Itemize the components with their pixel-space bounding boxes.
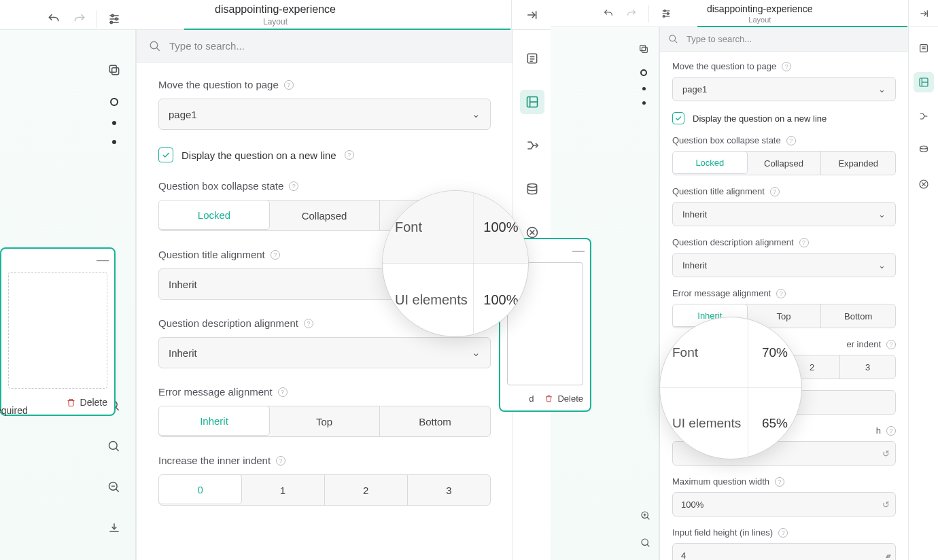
bullet-icon	[642, 87, 646, 90]
move-to-page-select[interactable]: page1⌄	[672, 77, 896, 101]
new-line-checkbox[interactable]: Display the question on a new line	[672, 112, 896, 124]
required-toggle-label[interactable]: equired	[0, 405, 28, 416]
list-icon[interactable]	[520, 46, 544, 71]
search-placeholder: Type to search...	[169, 40, 245, 52]
input-height-label: Input field height (in lines)	[672, 527, 773, 538]
title-align-select[interactable]: Inherit⌄	[672, 202, 896, 226]
move-to-page-select[interactable]: page1 ⌄	[158, 99, 491, 130]
zoom-in-button[interactable]	[637, 507, 655, 525]
help-icon[interactable]: ?	[776, 289, 786, 298]
svg-point-13	[109, 442, 118, 450]
indent-option-2[interactable]: 2	[325, 475, 408, 505]
collapse-right-button[interactable]	[519, 2, 544, 28]
bullet-icon	[642, 101, 646, 105]
stepper-icon[interactable]: ▴▾	[886, 552, 890, 559]
max-width-input[interactable]: 100%↺	[672, 492, 896, 517]
collapse-right-button[interactable]	[914, 3, 934, 24]
zoom-reset-button[interactable]	[101, 434, 127, 459]
close-circle-icon[interactable]	[914, 174, 934, 194]
help-icon[interactable]: ?	[345, 150, 354, 160]
redo-button[interactable]	[621, 3, 642, 24]
redo-button[interactable]	[67, 6, 92, 32]
reset-icon[interactable]: ↺	[882, 449, 890, 459]
list-icon[interactable]	[914, 38, 934, 58]
collapse-option-expanded[interactable]: Expanded	[821, 152, 895, 175]
help-icon[interactable]: ?	[289, 181, 298, 191]
help-icon[interactable]: ?	[775, 477, 784, 487]
indent-label: Increase the inner indent	[158, 455, 271, 466]
error-option-inherit[interactable]: Inherit	[158, 406, 270, 436]
svg-point-49	[920, 146, 927, 149]
svg-rect-35	[642, 47, 647, 52]
preview-textarea[interactable]	[8, 272, 107, 389]
zoom-reset-button[interactable]	[637, 534, 655, 552]
collapse-icon[interactable]: —	[572, 243, 585, 258]
help-icon[interactable]: ?	[284, 80, 294, 90]
chevron-down-icon: ⌄	[472, 108, 481, 120]
collapse-option-locked[interactable]: Locked	[672, 151, 748, 174]
svg-rect-7	[112, 68, 119, 75]
svg-line-16	[116, 489, 119, 492]
help-icon[interactable]: ?	[271, 250, 280, 260]
desc-align-select[interactable]: Inherit⌄	[158, 337, 491, 368]
collapse-option-collapsed[interactable]: Collapsed	[747, 152, 822, 175]
topbar: disappointing-experience Layout	[0, 0, 551, 30]
svg-line-44	[674, 40, 677, 43]
settings-sliders-button[interactable]	[656, 3, 676, 24]
delete-button[interactable]: Delete	[544, 393, 583, 404]
help-icon[interactable]: ?	[770, 187, 780, 196]
help-icon[interactable]: ?	[782, 62, 791, 71]
indent-option-1[interactable]: 1	[241, 475, 324, 505]
layout-icon[interactable]	[914, 72, 934, 92]
error-align-group: Inherit Top Bottom	[158, 406, 491, 437]
search-input[interactable]: Type to search...	[137, 30, 513, 63]
fit-button[interactable]	[101, 515, 127, 541]
zoom-lens-small: Font 70% UI elements 65%	[659, 317, 802, 459]
duplicate-icon[interactable]	[634, 39, 653, 58]
search-icon	[668, 34, 678, 44]
help-icon[interactable]: ?	[799, 238, 809, 247]
collapse-option-locked[interactable]: Locked	[158, 200, 270, 230]
title-sub: Layout	[707, 16, 813, 24]
input-height-input[interactable]: 4▴▾	[672, 543, 896, 560]
required-toggle-label[interactable]: d	[529, 393, 534, 404]
error-align-label: Error message alignment	[672, 288, 771, 298]
data-icon[interactable]	[914, 140, 934, 160]
desc-align-select[interactable]: Inherit⌄	[672, 253, 896, 277]
svg-rect-36	[640, 46, 646, 51]
help-icon[interactable]: ?	[278, 387, 288, 397]
duplicate-icon[interactable]	[101, 57, 127, 83]
move-to-page-label: Move the question to page	[158, 79, 279, 90]
help-icon[interactable]: ?	[778, 528, 788, 538]
error-option-bottom[interactable]: Bottom	[821, 304, 895, 328]
question-preview-card[interactable]: — equired Delete	[0, 247, 116, 416]
svg-point-19	[150, 41, 158, 49]
settings-sliders-button[interactable]	[101, 6, 127, 32]
error-option-top[interactable]: Top	[269, 406, 380, 436]
indent-option-0[interactable]: 0	[158, 474, 242, 504]
move-to-page-label: Move the question to page	[672, 61, 776, 71]
new-line-checkbox[interactable]: Display the question on a new line ?	[158, 147, 491, 162]
indent-option-3[interactable]: 3	[408, 475, 490, 505]
help-icon[interactable]: ?	[886, 340, 896, 349]
error-option-bottom[interactable]: Bottom	[380, 406, 490, 436]
help-icon[interactable]: ?	[886, 426, 896, 436]
indent-option-3[interactable]: 3	[840, 355, 895, 379]
logic-icon[interactable]	[520, 133, 544, 158]
collapse-icon[interactable]: —	[97, 253, 109, 267]
svg-line-38	[647, 517, 649, 519]
undo-button[interactable]	[598, 3, 619, 24]
help-icon[interactable]: ?	[276, 456, 285, 466]
help-icon[interactable]: ?	[786, 136, 796, 145]
delete-button[interactable]: Delete	[66, 397, 107, 408]
undo-button[interactable]	[41, 6, 67, 32]
layout-icon[interactable]	[520, 90, 544, 114]
collapse-option-collapsed[interactable]: Collapsed	[269, 200, 380, 230]
help-icon[interactable]: ?	[304, 319, 313, 328]
data-icon[interactable]	[520, 177, 544, 201]
reset-icon[interactable]: ↺	[882, 500, 890, 510]
search-icon	[149, 40, 161, 52]
search-input[interactable]: Type to search...	[660, 27, 908, 52]
logic-icon[interactable]	[914, 106, 934, 126]
zoom-out-button[interactable]	[101, 474, 127, 500]
